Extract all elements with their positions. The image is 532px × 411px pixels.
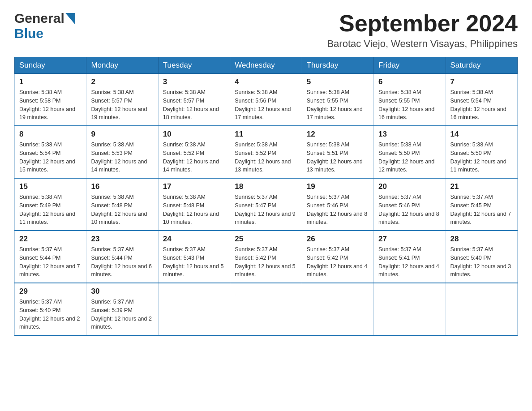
calendar-cell: 6Sunrise: 5:38 AMSunset: 5:55 PMDaylight…: [374, 74, 446, 126]
day-info: Sunrise: 5:37 AMSunset: 5:45 PMDaylight:…: [450, 193, 513, 227]
day-info: Sunrise: 5:37 AMSunset: 5:44 PMDaylight:…: [19, 245, 82, 279]
calendar-cell: 22Sunrise: 5:37 AMSunset: 5:44 PMDayligh…: [15, 231, 86, 283]
day-number: 12: [307, 130, 369, 139]
calendar-cell: 13Sunrise: 5:38 AMSunset: 5:50 PMDayligh…: [374, 126, 446, 178]
calendar-cell: 17Sunrise: 5:38 AMSunset: 5:48 PMDayligh…: [158, 178, 230, 231]
logo-blue-text: Blue: [14, 26, 43, 41]
day-info: Sunrise: 5:37 AMSunset: 5:44 PMDaylight:…: [91, 245, 153, 279]
header-sunday: Sunday: [15, 57, 86, 74]
day-number: 25: [235, 235, 297, 244]
header-wednesday: Wednesday: [230, 57, 302, 74]
day-number: 1: [19, 77, 82, 86]
day-info: Sunrise: 5:37 AMSunset: 5:41 PMDaylight:…: [378, 245, 441, 279]
header-monday: Monday: [86, 57, 158, 74]
day-info: Sunrise: 5:38 AMSunset: 5:55 PMDaylight:…: [378, 88, 441, 122]
calendar-cell: [446, 283, 517, 335]
calendar-cell: 5Sunrise: 5:38 AMSunset: 5:55 PMDaylight…: [302, 74, 373, 126]
day-info: Sunrise: 5:37 AMSunset: 5:40 PMDaylight:…: [450, 245, 513, 279]
day-info: Sunrise: 5:37 AMSunset: 5:42 PMDaylight:…: [307, 245, 369, 279]
calendar-cell: 15Sunrise: 5:38 AMSunset: 5:49 PMDayligh…: [15, 178, 86, 231]
day-number: 2: [91, 77, 153, 86]
location-title: Barotac Viejo, Western Visayas, Philippi…: [327, 38, 518, 50]
calendar-cell: 29Sunrise: 5:37 AMSunset: 5:40 PMDayligh…: [15, 283, 86, 335]
day-number: 4: [235, 77, 297, 86]
calendar-cell: 24Sunrise: 5:37 AMSunset: 5:43 PMDayligh…: [158, 231, 230, 283]
calendar-cell: 12Sunrise: 5:38 AMSunset: 5:51 PMDayligh…: [302, 126, 373, 178]
calendar-cell: 20Sunrise: 5:37 AMSunset: 5:46 PMDayligh…: [374, 178, 446, 231]
header-tuesday: Tuesday: [158, 57, 230, 74]
day-number: 21: [450, 182, 513, 191]
calendar-cell: 1Sunrise: 5:38 AMSunset: 5:58 PMDaylight…: [15, 74, 86, 126]
week-row: 15Sunrise: 5:38 AMSunset: 5:49 PMDayligh…: [15, 178, 518, 231]
day-info: Sunrise: 5:38 AMSunset: 5:55 PMDaylight:…: [307, 88, 369, 122]
calendar-cell: 16Sunrise: 5:38 AMSunset: 5:48 PMDayligh…: [86, 178, 158, 231]
day-number: 30: [91, 287, 153, 296]
calendar-cell: 26Sunrise: 5:37 AMSunset: 5:42 PMDayligh…: [302, 231, 373, 283]
day-number: 24: [163, 235, 225, 244]
month-title: September 2024: [327, 11, 518, 36]
day-number: 3: [163, 77, 225, 86]
calendar-cell: 9Sunrise: 5:38 AMSunset: 5:53 PMDaylight…: [86, 126, 158, 178]
day-number: 27: [378, 235, 441, 244]
day-number: 23: [91, 235, 153, 244]
day-info: Sunrise: 5:38 AMSunset: 5:54 PMDaylight:…: [19, 141, 82, 174]
calendar-cell: 18Sunrise: 5:37 AMSunset: 5:47 PMDayligh…: [230, 178, 302, 231]
calendar-cell: 30Sunrise: 5:37 AMSunset: 5:39 PMDayligh…: [86, 283, 158, 335]
day-info: Sunrise: 5:37 AMSunset: 5:46 PMDaylight:…: [307, 193, 369, 227]
page-header: General Blue September 2024 Barotac Viej…: [14, 11, 518, 50]
day-info: Sunrise: 5:38 AMSunset: 5:53 PMDaylight:…: [91, 141, 153, 174]
calendar-table: SundayMondayTuesdayWednesdayThursdayFrid…: [14, 57, 518, 336]
day-number: 5: [307, 77, 369, 86]
logo-triangle-icon: [65, 13, 75, 25]
day-info: Sunrise: 5:37 AMSunset: 5:46 PMDaylight:…: [378, 193, 441, 227]
week-row: 29Sunrise: 5:37 AMSunset: 5:40 PMDayligh…: [15, 283, 518, 335]
day-number: 26: [307, 235, 369, 244]
day-info: Sunrise: 5:37 AMSunset: 5:40 PMDaylight:…: [19, 298, 82, 331]
calendar-cell: 11Sunrise: 5:38 AMSunset: 5:52 PMDayligh…: [230, 126, 302, 178]
day-number: 22: [19, 235, 82, 244]
header-saturday: Saturday: [446, 57, 517, 74]
day-info: Sunrise: 5:37 AMSunset: 5:47 PMDaylight:…: [235, 193, 297, 227]
calendar-cell: [302, 283, 373, 335]
calendar-cell: 19Sunrise: 5:37 AMSunset: 5:46 PMDayligh…: [302, 178, 373, 231]
day-info: Sunrise: 5:38 AMSunset: 5:57 PMDaylight:…: [91, 88, 153, 122]
day-info: Sunrise: 5:38 AMSunset: 5:54 PMDaylight:…: [450, 88, 513, 122]
week-row: 8Sunrise: 5:38 AMSunset: 5:54 PMDaylight…: [15, 126, 518, 178]
calendar-cell: 27Sunrise: 5:37 AMSunset: 5:41 PMDayligh…: [374, 231, 446, 283]
calendar-cell: 7Sunrise: 5:38 AMSunset: 5:54 PMDaylight…: [446, 74, 517, 126]
calendar-cell: 4Sunrise: 5:38 AMSunset: 5:56 PMDaylight…: [230, 74, 302, 126]
calendar-cell: 3Sunrise: 5:38 AMSunset: 5:57 PMDaylight…: [158, 74, 230, 126]
day-number: 15: [19, 182, 82, 191]
day-info: Sunrise: 5:38 AMSunset: 5:51 PMDaylight:…: [307, 141, 369, 174]
day-number: 14: [450, 130, 513, 139]
day-number: 9: [91, 130, 153, 139]
day-info: Sunrise: 5:38 AMSunset: 5:50 PMDaylight:…: [450, 141, 513, 174]
day-number: 29: [19, 287, 82, 296]
day-number: 19: [307, 182, 369, 191]
day-info: Sunrise: 5:38 AMSunset: 5:52 PMDaylight:…: [235, 141, 297, 174]
calendar-cell: [374, 283, 446, 335]
svg-marker-0: [65, 13, 75, 25]
calendar-header: SundayMondayTuesdayWednesdayThursdayFrid…: [15, 57, 518, 74]
week-row: 22Sunrise: 5:37 AMSunset: 5:44 PMDayligh…: [15, 231, 518, 283]
calendar-cell: [230, 283, 302, 335]
day-info: Sunrise: 5:38 AMSunset: 5:56 PMDaylight:…: [235, 88, 297, 122]
calendar-cell: 14Sunrise: 5:38 AMSunset: 5:50 PMDayligh…: [446, 126, 517, 178]
calendar-cell: 28Sunrise: 5:37 AMSunset: 5:40 PMDayligh…: [446, 231, 517, 283]
calendar-cell: 21Sunrise: 5:37 AMSunset: 5:45 PMDayligh…: [446, 178, 517, 231]
day-number: 10: [163, 130, 225, 139]
day-number: 6: [378, 77, 441, 86]
day-number: 8: [19, 130, 82, 139]
calendar-cell: 25Sunrise: 5:37 AMSunset: 5:42 PMDayligh…: [230, 231, 302, 283]
logo: General Blue: [14, 11, 75, 41]
day-info: Sunrise: 5:38 AMSunset: 5:48 PMDaylight:…: [91, 193, 153, 227]
calendar-cell: 2Sunrise: 5:38 AMSunset: 5:57 PMDaylight…: [86, 74, 158, 126]
day-info: Sunrise: 5:38 AMSunset: 5:49 PMDaylight:…: [19, 193, 82, 227]
calendar-cell: 8Sunrise: 5:38 AMSunset: 5:54 PMDaylight…: [15, 126, 86, 178]
day-info: Sunrise: 5:38 AMSunset: 5:57 PMDaylight:…: [163, 88, 225, 122]
day-info: Sunrise: 5:38 AMSunset: 5:48 PMDaylight:…: [163, 193, 225, 227]
day-info: Sunrise: 5:38 AMSunset: 5:50 PMDaylight:…: [378, 141, 441, 174]
calendar-cell: 10Sunrise: 5:38 AMSunset: 5:52 PMDayligh…: [158, 126, 230, 178]
day-info: Sunrise: 5:37 AMSunset: 5:43 PMDaylight:…: [163, 245, 225, 279]
calendar-cell: [158, 283, 230, 335]
